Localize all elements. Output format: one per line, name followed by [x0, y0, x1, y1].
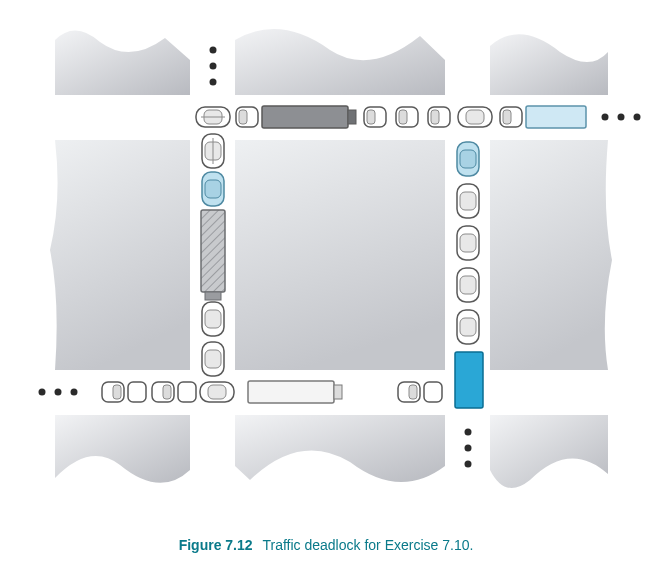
- svg-rect-53: [455, 352, 483, 408]
- vehicle-left-5: [202, 342, 224, 376]
- block-top-right: [490, 34, 608, 95]
- svg-rect-30: [503, 110, 511, 124]
- svg-point-6: [618, 114, 625, 121]
- svg-rect-19: [262, 106, 348, 128]
- ellipsis-top: [210, 47, 217, 86]
- svg-rect-48: [460, 234, 476, 252]
- svg-rect-28: [466, 110, 484, 124]
- vehicle-top-8-cab: [500, 107, 522, 127]
- block-bottom-right: [490, 415, 608, 488]
- svg-point-5: [602, 114, 609, 121]
- ellipsis-right: [602, 114, 641, 121]
- svg-rect-65: [113, 385, 121, 399]
- svg-rect-31: [526, 106, 586, 128]
- figure-caption: Figure 7.12 Traffic deadlock for Exercis…: [0, 537, 652, 553]
- svg-point-4: [210, 79, 217, 86]
- svg-rect-56: [424, 382, 442, 402]
- svg-rect-46: [460, 192, 476, 210]
- svg-rect-60: [208, 385, 226, 399]
- vehicle-top-6: [428, 107, 450, 127]
- vehicle-right-5: [457, 310, 479, 344]
- figure-number: Figure 7.12: [179, 537, 253, 553]
- vehicle-bottom-6-truck: [455, 352, 483, 408]
- svg-rect-57: [248, 381, 334, 403]
- svg-rect-18: [239, 110, 247, 124]
- block-left-mid: [50, 140, 190, 370]
- vehicle-top-4: [364, 107, 386, 127]
- block-bottom-center: [235, 415, 445, 482]
- svg-point-3: [210, 63, 217, 70]
- svg-rect-42: [205, 350, 221, 368]
- vehicle-right-1: [457, 142, 479, 176]
- vehicle-bottom-4-truck: [248, 381, 342, 403]
- ellipsis-bottom: [465, 429, 472, 468]
- vehicle-left-2: [202, 172, 224, 206]
- block-center: [235, 140, 445, 370]
- diagram-svg: [0, 0, 652, 510]
- vehicle-bottom-3: [200, 382, 234, 402]
- svg-rect-63: [178, 382, 196, 402]
- block-top-left: [55, 30, 190, 95]
- svg-rect-50: [460, 276, 476, 294]
- vehicle-bottom-1b: [128, 382, 146, 402]
- svg-point-7: [634, 114, 641, 121]
- vehicle-left-3-truck: [201, 210, 225, 300]
- vehicle-top-1: [196, 107, 230, 127]
- svg-rect-24: [399, 110, 407, 124]
- ellipsis-left: [39, 389, 78, 396]
- vehicle-bottom-1: [102, 382, 124, 402]
- figure-container: Figure 7.12 Traffic deadlock for Exercis…: [0, 0, 652, 573]
- vehicle-top-5: [396, 107, 418, 127]
- svg-rect-44: [460, 150, 476, 168]
- vehicle-top-7: [458, 107, 492, 127]
- vehicle-bottom-2: [152, 382, 174, 402]
- svg-rect-36: [205, 180, 221, 198]
- vehicle-top-9-truck: [526, 106, 586, 128]
- svg-rect-52: [460, 318, 476, 336]
- vehicle-right-2: [457, 184, 479, 218]
- vehicle-top-2: [236, 107, 258, 127]
- svg-rect-38: [205, 292, 221, 300]
- vehicle-right-4: [457, 268, 479, 302]
- vehicle-top-3-truck: [262, 106, 356, 128]
- svg-point-12: [465, 445, 472, 452]
- vehicle-left-1: [202, 134, 224, 168]
- svg-rect-20: [348, 110, 356, 124]
- vehicle-bottom-5: [398, 382, 420, 402]
- block-right-mid: [490, 140, 612, 370]
- vehicle-right-3: [457, 226, 479, 260]
- svg-rect-58: [334, 385, 342, 399]
- svg-point-9: [55, 389, 62, 396]
- svg-point-8: [39, 389, 46, 396]
- svg-point-11: [465, 429, 472, 436]
- block-top-center: [235, 29, 445, 95]
- svg-rect-37: [201, 210, 225, 292]
- vehicle-left-4: [202, 302, 224, 336]
- svg-point-10: [71, 389, 78, 396]
- svg-rect-55: [409, 385, 417, 399]
- figure-text: Traffic deadlock for Exercise 7.10.: [262, 537, 473, 553]
- svg-rect-26: [431, 110, 439, 124]
- svg-rect-62: [163, 385, 171, 399]
- vehicle-bottom-2b: [178, 382, 196, 402]
- svg-rect-22: [367, 110, 375, 124]
- block-bottom-left: [55, 415, 190, 483]
- svg-point-2: [210, 47, 217, 54]
- svg-point-13: [465, 461, 472, 468]
- svg-rect-66: [128, 382, 146, 402]
- vehicle-bottom-5b: [424, 382, 442, 402]
- svg-rect-40: [205, 310, 221, 328]
